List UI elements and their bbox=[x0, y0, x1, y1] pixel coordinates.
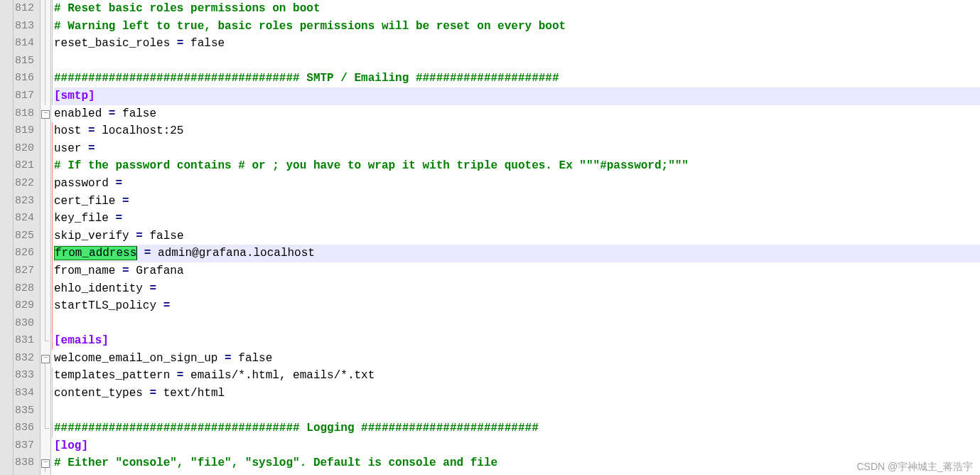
line-number: 823 bbox=[15, 193, 34, 210]
code-token: = bbox=[149, 282, 156, 295]
fold-toggle-icon[interactable]: − bbox=[41, 355, 50, 363]
code-token: from_address bbox=[54, 246, 137, 260]
code-token bbox=[183, 369, 190, 382]
fold-toggle-icon[interactable]: − bbox=[41, 459, 50, 468]
code-token: = bbox=[109, 107, 116, 120]
line-number: 813 bbox=[15, 18, 34, 36]
line-number: 820 bbox=[15, 140, 34, 158]
line-number: 814 bbox=[15, 35, 34, 53]
code-token: = bbox=[144, 247, 151, 260]
code-token bbox=[183, 37, 190, 50]
code-token bbox=[232, 352, 239, 365]
code-line[interactable]: user = bbox=[54, 140, 980, 158]
code-token: skip_verify bbox=[54, 230, 129, 242]
code-line[interactable]: [emails] bbox=[54, 332, 980, 350]
code-line[interactable]: [smtp] bbox=[54, 87, 980, 105]
code-token: key_file bbox=[54, 212, 109, 225]
code-token: = bbox=[88, 124, 95, 137]
code-token: = bbox=[225, 352, 232, 365]
code-token bbox=[217, 352, 225, 365]
code-token: content_types bbox=[54, 387, 143, 400]
code-line[interactable] bbox=[54, 315, 980, 333]
code-line[interactable]: reset_basic_roles = false bbox=[54, 35, 980, 53]
code-line[interactable]: host = localhost:25 bbox=[54, 122, 980, 140]
indent-guide bbox=[52, 122, 53, 350]
code-line[interactable]: [log] bbox=[54, 437, 980, 455]
code-line[interactable]: ehlo_identity = bbox=[54, 280, 980, 298]
code-line[interactable]: welcome_email_on_sign_up = false bbox=[54, 350, 980, 368]
line-number: 818 bbox=[15, 105, 34, 123]
code-line[interactable]: key_file = bbox=[54, 210, 980, 228]
code-token: welcome_email_on_sign_up bbox=[54, 352, 217, 365]
line-number: 825 bbox=[15, 228, 34, 245]
code-token bbox=[137, 247, 144, 260]
code-line[interactable]: #################################### Log… bbox=[54, 420, 980, 437]
line-number: 826 bbox=[15, 245, 34, 262]
code-token bbox=[170, 37, 177, 50]
code-token: false bbox=[238, 352, 272, 365]
code-line[interactable]: from_name = Grafana bbox=[54, 262, 980, 280]
code-line[interactable]: from_address = admin@grafana.localhost bbox=[54, 245, 980, 262]
fold-toggle-icon[interactable]: − bbox=[41, 110, 50, 119]
line-number: 834 bbox=[15, 385, 34, 402]
code-token bbox=[143, 387, 150, 400]
code-line[interactable]: startTLS_policy = bbox=[54, 297, 980, 315]
line-number: 837 bbox=[15, 437, 34, 455]
line-number: 827 bbox=[15, 262, 34, 280]
line-number: 819 bbox=[15, 122, 34, 140]
code-line[interactable]: # Reset basic roles permissions on boot bbox=[54, 0, 980, 18]
code-line[interactable]: content_types = text/html bbox=[54, 385, 980, 402]
fold-margin[interactable]: −−− bbox=[41, 0, 51, 475]
code-token: #################################### SMT… bbox=[54, 72, 559, 85]
line-number: 831 bbox=[15, 332, 34, 350]
code-line[interactable]: # Either "console", "file", "syslog". De… bbox=[54, 454, 980, 472]
code-token: reset_basic_roles bbox=[54, 37, 170, 50]
code-token bbox=[95, 124, 102, 137]
watermark-text: CSDN @宇神城主_蒋浩宇 bbox=[856, 461, 973, 474]
code-token bbox=[156, 299, 163, 312]
code-line[interactable] bbox=[54, 53, 980, 70]
code-line[interactable]: skip_verify = false bbox=[54, 228, 980, 245]
line-number: 833 bbox=[15, 367, 34, 385]
line-number: 835 bbox=[15, 402, 34, 420]
line-number: 817 bbox=[15, 87, 34, 105]
code-token: = bbox=[149, 387, 156, 400]
code-token: from_name bbox=[54, 265, 115, 277]
code-token: password bbox=[54, 177, 109, 190]
code-token: Grafana bbox=[136, 265, 183, 277]
code-token: text/html bbox=[163, 387, 225, 400]
code-token: user bbox=[54, 142, 81, 155]
code-token: = bbox=[163, 299, 171, 312]
code-editor[interactable]: 8128138148158168178188198208218228238248… bbox=[0, 0, 980, 475]
code-line[interactable]: # Warning left to true, basic roles perm… bbox=[54, 18, 980, 36]
code-line[interactable]: cert_file = bbox=[54, 193, 980, 210]
code-token: cert_file bbox=[54, 195, 115, 208]
line-number-gutter[interactable]: 8128138148158168178188198208218228238248… bbox=[14, 0, 41, 475]
code-token: = bbox=[115, 177, 122, 190]
code-line[interactable]: password = bbox=[54, 175, 980, 193]
line-number: 830 bbox=[15, 315, 34, 333]
bookmark-margin[interactable] bbox=[0, 0, 14, 475]
code-line[interactable] bbox=[54, 402, 980, 420]
line-number: 838 bbox=[15, 454, 34, 472]
code-token: emails/*.html, emails/*.txt bbox=[190, 369, 375, 382]
indent-guide bbox=[52, 0, 53, 105]
code-token bbox=[109, 212, 116, 225]
code-token bbox=[109, 177, 116, 190]
code-line[interactable]: enabled = false bbox=[54, 105, 980, 123]
code-token bbox=[170, 369, 177, 382]
code-token bbox=[115, 265, 122, 277]
code-token: [emails] bbox=[54, 334, 109, 347]
code-token bbox=[129, 265, 136, 277]
line-number: 824 bbox=[15, 210, 34, 228]
code-line[interactable]: templates_pattern = emails/*.html, email… bbox=[54, 367, 980, 385]
code-area[interactable]: # Reset basic roles permissions on boot#… bbox=[51, 0, 980, 475]
code-token: # Reset basic roles permissions on boot bbox=[54, 2, 320, 15]
line-number: 816 bbox=[15, 70, 34, 87]
code-line[interactable]: # If the password contains # or ; you ha… bbox=[54, 157, 980, 175]
line-number: 832 bbox=[15, 350, 34, 368]
code-line[interactable]: #################################### SMT… bbox=[54, 70, 980, 87]
code-token: ehlo_identity bbox=[54, 282, 143, 295]
code-token bbox=[115, 107, 122, 120]
line-number: 836 bbox=[15, 420, 34, 437]
